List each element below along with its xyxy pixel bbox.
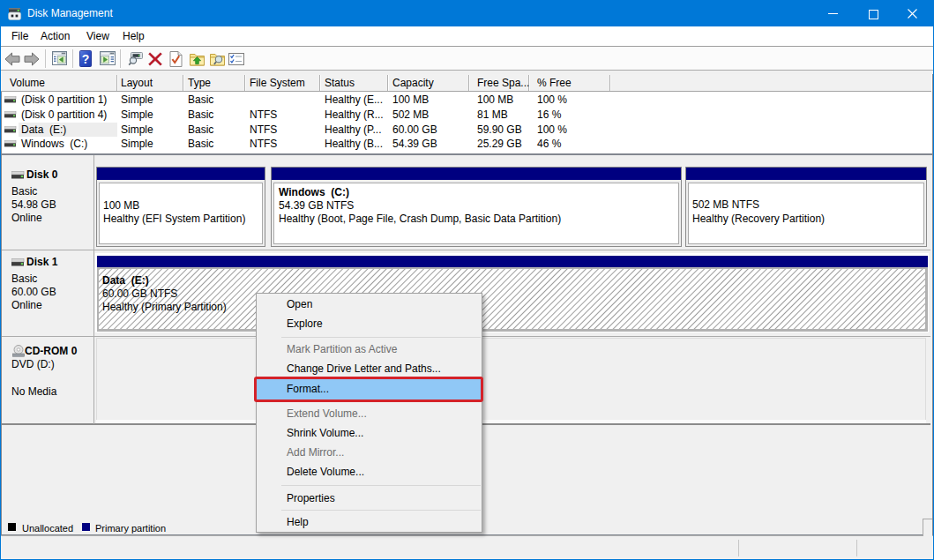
svg-text:?: ? <box>82 52 90 66</box>
